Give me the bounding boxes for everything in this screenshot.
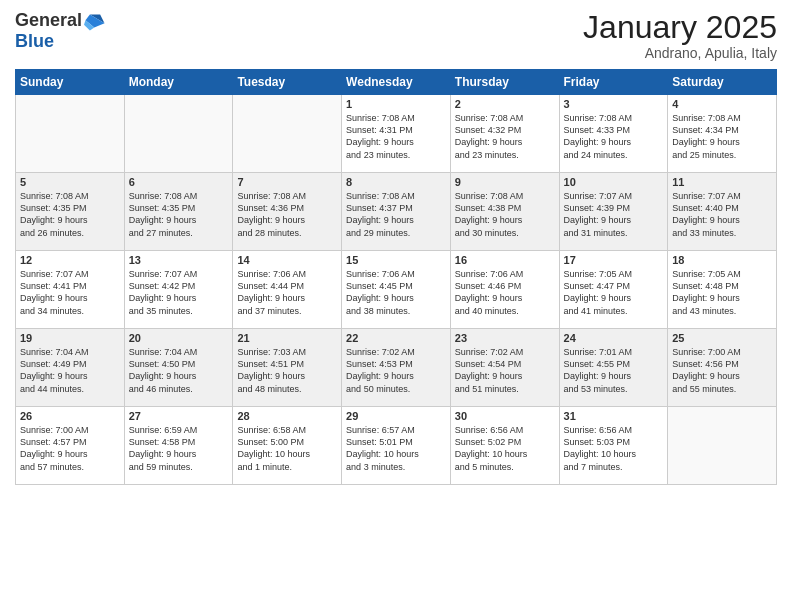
day-info: Sunrise: 6:56 AM Sunset: 5:03 PM Dayligh… [564,424,664,473]
calendar-table: Sunday Monday Tuesday Wednesday Thursday… [15,69,777,485]
table-row: 22Sunrise: 7:02 AM Sunset: 4:53 PM Dayli… [342,329,451,407]
logo: General Blue [15,10,106,52]
table-row: 20Sunrise: 7:04 AM Sunset: 4:50 PM Dayli… [124,329,233,407]
day-info: Sunrise: 7:01 AM Sunset: 4:55 PM Dayligh… [564,346,664,395]
table-row: 16Sunrise: 7:06 AM Sunset: 4:46 PM Dayli… [450,251,559,329]
day-number: 12 [20,254,120,266]
day-number: 6 [129,176,229,188]
table-row [233,95,342,173]
table-row: 26Sunrise: 7:00 AM Sunset: 4:57 PM Dayli… [16,407,125,485]
header-wednesday: Wednesday [342,70,451,95]
day-number: 16 [455,254,555,266]
day-info: Sunrise: 7:05 AM Sunset: 4:48 PM Dayligh… [672,268,772,317]
day-number: 19 [20,332,120,344]
day-number: 7 [237,176,337,188]
table-row: 18Sunrise: 7:05 AM Sunset: 4:48 PM Dayli… [668,251,777,329]
day-info: Sunrise: 7:06 AM Sunset: 4:44 PM Dayligh… [237,268,337,317]
table-row: 27Sunrise: 6:59 AM Sunset: 4:58 PM Dayli… [124,407,233,485]
table-row: 1Sunrise: 7:08 AM Sunset: 4:31 PM Daylig… [342,95,451,173]
day-info: Sunrise: 7:07 AM Sunset: 4:39 PM Dayligh… [564,190,664,239]
table-row: 5Sunrise: 7:08 AM Sunset: 4:35 PM Daylig… [16,173,125,251]
table-row: 7Sunrise: 7:08 AM Sunset: 4:36 PM Daylig… [233,173,342,251]
day-number: 30 [455,410,555,422]
calendar-week-row: 19Sunrise: 7:04 AM Sunset: 4:49 PM Dayli… [16,329,777,407]
day-number: 29 [346,410,446,422]
day-info: Sunrise: 7:08 AM Sunset: 4:31 PM Dayligh… [346,112,446,161]
header-tuesday: Tuesday [233,70,342,95]
day-number: 4 [672,98,772,110]
header-monday: Monday [124,70,233,95]
day-number: 31 [564,410,664,422]
table-row: 15Sunrise: 7:06 AM Sunset: 4:45 PM Dayli… [342,251,451,329]
table-row: 13Sunrise: 7:07 AM Sunset: 4:42 PM Dayli… [124,251,233,329]
table-row: 25Sunrise: 7:00 AM Sunset: 4:56 PM Dayli… [668,329,777,407]
calendar-week-row: 12Sunrise: 7:07 AM Sunset: 4:41 PM Dayli… [16,251,777,329]
day-number: 21 [237,332,337,344]
table-row: 17Sunrise: 7:05 AM Sunset: 4:47 PM Dayli… [559,251,668,329]
day-number: 1 [346,98,446,110]
table-row: 11Sunrise: 7:07 AM Sunset: 4:40 PM Dayli… [668,173,777,251]
table-row: 10Sunrise: 7:07 AM Sunset: 4:39 PM Dayli… [559,173,668,251]
day-number: 9 [455,176,555,188]
header-friday: Friday [559,70,668,95]
month-title: January 2025 [583,10,777,45]
table-row: 2Sunrise: 7:08 AM Sunset: 4:32 PM Daylig… [450,95,559,173]
table-row: 4Sunrise: 7:08 AM Sunset: 4:34 PM Daylig… [668,95,777,173]
day-number: 15 [346,254,446,266]
day-number: 14 [237,254,337,266]
calendar-week-row: 26Sunrise: 7:00 AM Sunset: 4:57 PM Dayli… [16,407,777,485]
day-info: Sunrise: 6:58 AM Sunset: 5:00 PM Dayligh… [237,424,337,473]
table-row: 28Sunrise: 6:58 AM Sunset: 5:00 PM Dayli… [233,407,342,485]
day-number: 10 [564,176,664,188]
day-number: 3 [564,98,664,110]
table-row: 12Sunrise: 7:07 AM Sunset: 4:41 PM Dayli… [16,251,125,329]
day-info: Sunrise: 7:08 AM Sunset: 4:35 PM Dayligh… [20,190,120,239]
day-info: Sunrise: 6:57 AM Sunset: 5:01 PM Dayligh… [346,424,446,473]
day-number: 20 [129,332,229,344]
day-number: 11 [672,176,772,188]
day-info: Sunrise: 7:00 AM Sunset: 4:57 PM Dayligh… [20,424,120,473]
day-number: 24 [564,332,664,344]
day-number: 17 [564,254,664,266]
day-info: Sunrise: 7:08 AM Sunset: 4:37 PM Dayligh… [346,190,446,239]
day-info: Sunrise: 7:07 AM Sunset: 4:40 PM Dayligh… [672,190,772,239]
day-info: Sunrise: 7:00 AM Sunset: 4:56 PM Dayligh… [672,346,772,395]
day-info: Sunrise: 6:59 AM Sunset: 4:58 PM Dayligh… [129,424,229,473]
table-row: 31Sunrise: 6:56 AM Sunset: 5:03 PM Dayli… [559,407,668,485]
header-sunday: Sunday [16,70,125,95]
table-row: 19Sunrise: 7:04 AM Sunset: 4:49 PM Dayli… [16,329,125,407]
day-info: Sunrise: 7:04 AM Sunset: 4:50 PM Dayligh… [129,346,229,395]
table-row: 24Sunrise: 7:01 AM Sunset: 4:55 PM Dayli… [559,329,668,407]
day-info: Sunrise: 7:07 AM Sunset: 4:41 PM Dayligh… [20,268,120,317]
day-number: 18 [672,254,772,266]
day-number: 13 [129,254,229,266]
calendar-week-row: 1Sunrise: 7:08 AM Sunset: 4:31 PM Daylig… [16,95,777,173]
day-info: Sunrise: 7:08 AM Sunset: 4:36 PM Dayligh… [237,190,337,239]
table-row: 23Sunrise: 7:02 AM Sunset: 4:54 PM Dayli… [450,329,559,407]
table-row: 29Sunrise: 6:57 AM Sunset: 5:01 PM Dayli… [342,407,451,485]
logo-general: General [15,10,82,30]
day-info: Sunrise: 6:56 AM Sunset: 5:02 PM Dayligh… [455,424,555,473]
calendar-week-row: 5Sunrise: 7:08 AM Sunset: 4:35 PM Daylig… [16,173,777,251]
table-row: 21Sunrise: 7:03 AM Sunset: 4:51 PM Dayli… [233,329,342,407]
table-row: 6Sunrise: 7:08 AM Sunset: 4:35 PM Daylig… [124,173,233,251]
header: General Blue January 2025 Andrano, Apuli… [15,10,777,61]
day-info: Sunrise: 7:04 AM Sunset: 4:49 PM Dayligh… [20,346,120,395]
day-number: 22 [346,332,446,344]
day-info: Sunrise: 7:06 AM Sunset: 4:46 PM Dayligh… [455,268,555,317]
day-number: 26 [20,410,120,422]
title-area: January 2025 Andrano, Apulia, Italy [583,10,777,61]
table-row [16,95,125,173]
table-row: 9Sunrise: 7:08 AM Sunset: 4:38 PM Daylig… [450,173,559,251]
location: Andrano, Apulia, Italy [583,45,777,61]
table-row [668,407,777,485]
header-thursday: Thursday [450,70,559,95]
day-number: 25 [672,332,772,344]
logo-icon [84,10,106,32]
day-number: 27 [129,410,229,422]
table-row [124,95,233,173]
day-info: Sunrise: 7:08 AM Sunset: 4:33 PM Dayligh… [564,112,664,161]
day-info: Sunrise: 7:02 AM Sunset: 4:53 PM Dayligh… [346,346,446,395]
header-saturday: Saturday [668,70,777,95]
day-number: 28 [237,410,337,422]
